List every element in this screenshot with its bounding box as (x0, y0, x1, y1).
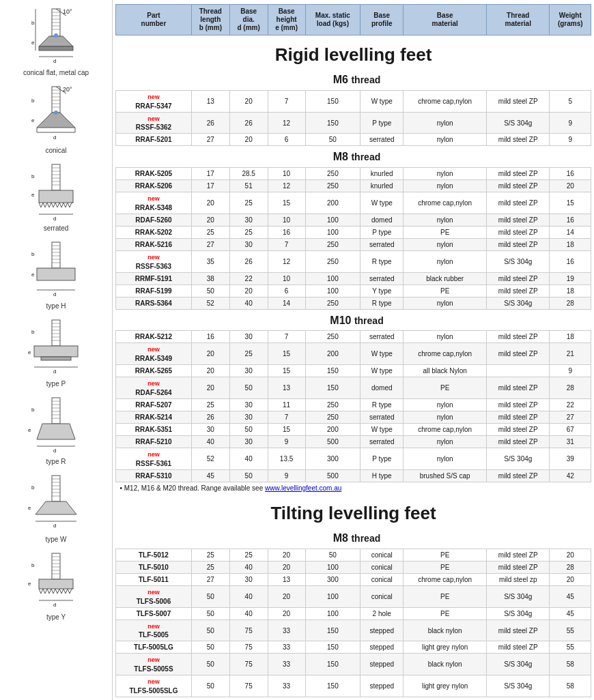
thread-title-row: M8 thread (116, 527, 591, 549)
table-cell: chrome cap,nylon (404, 343, 487, 365)
table-cell: PE (404, 607, 487, 619)
part-number: TLFS-5007 (119, 609, 188, 618)
part-number: RRMF-5191 (119, 274, 188, 283)
table-cell: 13 (268, 574, 305, 586)
table-cell: mild steel ZP (487, 238, 550, 250)
diagram-typeP-label: type P (4, 380, 108, 388)
new-label-cell: RRAK-5202 (116, 226, 192, 238)
table-cell: black nylon (404, 654, 487, 675)
svg-text:10°: 10° (63, 8, 72, 15)
table-cell: P type (360, 112, 404, 134)
table-row: newTLFS-5006504020100conicalPES/S 304g45 (116, 586, 591, 608)
svg-text:e: e (28, 349, 31, 355)
table-cell: conical (360, 586, 404, 608)
table-cell: 28 (550, 297, 591, 309)
table-row: RRAK-5202252516100P typePEmild steel ZP1… (116, 226, 591, 238)
table-cell: mild steel ZP (487, 272, 550, 285)
table-cell: S/S 304g (487, 112, 550, 134)
table-cell: 150 (305, 365, 360, 377)
table-cell: 20 (191, 214, 229, 226)
table-cell: 38 (191, 272, 229, 285)
svg-rect-47 (52, 242, 60, 268)
table-cell: 26 (191, 112, 229, 134)
svg-text:e: e (31, 192, 35, 198)
table-cell: 20 (268, 562, 305, 574)
table-cell: 31 (550, 435, 591, 448)
diagram-typeY: b e d type Y (4, 550, 108, 621)
table-cell: 58 (550, 654, 591, 675)
new-label-cell: TLF-5005LG (116, 641, 192, 654)
new-label-cell: RRAF-5207 (116, 398, 192, 411)
svg-marker-79 (37, 424, 75, 439)
col-base-height: Baseheighte (mm) (268, 5, 305, 35)
svg-text:b: b (31, 562, 35, 568)
table-cell: mild steel ZP (487, 192, 550, 214)
table-cell: P type (360, 226, 404, 238)
table-cell: 150 (305, 619, 360, 641)
table-cell: 250 (305, 238, 360, 250)
table-cell: nylon (404, 331, 487, 343)
new-label-cell: newRDAF-5264 (116, 377, 192, 399)
table-cell: 18 (550, 331, 591, 343)
table-cell: 150 (305, 654, 360, 675)
table-cell: 40 (191, 435, 229, 448)
thread-title-row: M8 thread (116, 146, 591, 168)
table-row: RRAF-519950206100Y typePEmild steel ZP18 (116, 285, 591, 297)
table-cell: 9 (550, 134, 591, 146)
part-number: RRAF-5207 (119, 400, 188, 409)
table-cell (487, 365, 550, 377)
table-row: newRDAF-5264205013150domedPEmild steel Z… (116, 377, 591, 399)
table-cell: serrated (360, 411, 404, 423)
table-row: newTLFS-5005SLG507533150steppedlight gre… (116, 675, 591, 697)
product-table: Partnumber Threadlengthb (mm) Basedia.d … (115, 4, 591, 700)
table-cell: 26 (191, 411, 229, 423)
table-cell: 20 (191, 192, 229, 214)
table-cell: 50 (191, 675, 229, 697)
table-cell: 17 (191, 180, 229, 192)
table-cell: 40 (229, 607, 268, 619)
table-cell: 42 (550, 469, 591, 482)
svg-rect-72 (52, 398, 60, 424)
table-cell: chrome cap,nylon (404, 91, 487, 113)
svg-text:d: d (53, 523, 56, 529)
table-cell: 16 (550, 168, 591, 180)
table-row: RRAK-521627307250serratednylonmild steel… (116, 238, 591, 250)
table-cell: knurled (360, 168, 404, 180)
svg-rect-20 (52, 87, 60, 113)
col-weight: Weight(grams) (550, 5, 591, 35)
table-cell: 7 (268, 411, 305, 423)
table-cell: 27 (550, 411, 591, 423)
table-row: RRAF-531045509500H typebrushed S/S capmi… (116, 469, 591, 482)
table-cell: mild steel ZP (487, 423, 550, 435)
table-cell: nylon (404, 214, 487, 226)
table-row: RRAF-521040309500serratednylonmild steel… (116, 435, 591, 448)
right-panel: Partnumber Threadlengthb (mm) Basedia.d … (113, 0, 594, 700)
table-cell: serrated (360, 435, 404, 448)
table-cell: R type (360, 398, 404, 411)
col-profile: Baseprofile (360, 5, 404, 35)
website-link[interactable]: www.levellingfeet.com.au (265, 484, 341, 492)
diagram-conical-label: conical (4, 147, 108, 154)
svg-rect-59 (52, 320, 60, 346)
table-cell: 9 (268, 435, 305, 448)
table-cell: 45 (550, 586, 591, 608)
part-number: RRAK-5212 (119, 332, 188, 341)
table-cell: 75 (229, 675, 268, 697)
table-cell: 25 (229, 226, 268, 238)
table-cell: 15 (550, 192, 591, 214)
table-cell: all black Nylon (404, 365, 487, 377)
thread-title-row: M10 thread (116, 697, 591, 700)
thread-title: M8 thread (130, 531, 584, 546)
table-cell: 300 (305, 448, 360, 469)
svg-text:b: b (31, 484, 35, 491)
table-cell: Y type (360, 285, 404, 297)
new-label-cell: newRSSF-5361 (116, 448, 192, 469)
table-row: newRSSF-5363352612250R typenylonS/S 304g… (116, 250, 591, 272)
table-cell: 75 (229, 619, 268, 641)
table-cell: 15 (268, 343, 305, 365)
part-number: TLFS-5005S (119, 665, 188, 673)
table-cell: 20 (191, 377, 229, 399)
new-label-cell: RRAK-5212 (116, 331, 192, 343)
table-cell: mild steel ZP (487, 549, 550, 562)
svg-text:e: e (28, 581, 31, 587)
